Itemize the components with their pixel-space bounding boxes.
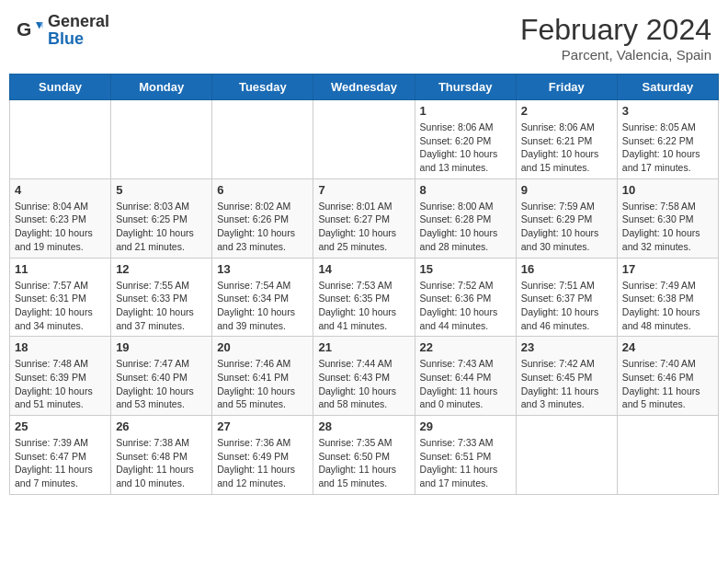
calendar-cell: 13Sunrise: 7:54 AMSunset: 6:34 PMDayligh…: [212, 258, 313, 337]
day-info: Sunrise: 8:00 AMSunset: 6:28 PMDaylight:…: [420, 200, 511, 254]
calendar-cell: 12Sunrise: 7:55 AMSunset: 6:33 PMDayligh…: [111, 258, 212, 337]
month-year: February 2024: [520, 13, 711, 47]
calendar-cell: 9Sunrise: 7:59 AMSunset: 6:29 PMDaylight…: [516, 178, 617, 258]
day-info: Sunrise: 7:59 AMSunset: 6:29 PMDaylight:…: [521, 200, 612, 254]
calendar-cell: 7Sunrise: 8:01 AMSunset: 6:27 PMDaylight…: [313, 178, 415, 258]
day-info: Sunrise: 8:06 AMSunset: 6:20 PMDaylight:…: [420, 121, 511, 175]
day-info: Sunrise: 7:35 AMSunset: 6:50 PMDaylight:…: [318, 436, 409, 490]
day-number: 18: [15, 340, 106, 354]
day-number: 5: [116, 183, 207, 197]
day-number: 13: [217, 262, 308, 276]
logo-icon: G: [17, 17, 44, 44]
day-info: Sunrise: 7:53 AMSunset: 6:35 PMDaylight:…: [318, 279, 409, 333]
calendar-cell: [10, 100, 111, 179]
calendar-cell: 21Sunrise: 7:44 AMSunset: 6:43 PMDayligh…: [313, 337, 415, 416]
svg-text:G: G: [17, 18, 31, 40]
day-number: 11: [15, 262, 106, 276]
day-info: Sunrise: 7:57 AMSunset: 6:31 PMDaylight:…: [15, 279, 106, 333]
calendar-cell: 1Sunrise: 8:06 AMSunset: 6:20 PMDaylight…: [415, 100, 516, 179]
day-info: Sunrise: 7:55 AMSunset: 6:33 PMDaylight:…: [116, 279, 207, 333]
title-block: February 2024 Parcent, Valencia, Spain: [520, 13, 711, 63]
days-of-week-row: SundayMondayTuesdayWednesdayThursdayFrid…: [10, 75, 719, 100]
day-info: Sunrise: 7:43 AMSunset: 6:44 PMDaylight:…: [420, 357, 511, 411]
calendar-cell: 14Sunrise: 7:53 AMSunset: 6:35 PMDayligh…: [313, 258, 415, 337]
calendar-cell: 5Sunrise: 8:03 AMSunset: 6:25 PMDaylight…: [111, 178, 212, 258]
day-info: Sunrise: 7:47 AMSunset: 6:40 PMDaylight:…: [116, 357, 207, 411]
day-info: Sunrise: 7:33 AMSunset: 6:51 PMDaylight:…: [420, 436, 511, 490]
day-number: 7: [318, 183, 409, 197]
day-info: Sunrise: 7:54 AMSunset: 6:34 PMDaylight:…: [217, 279, 308, 333]
day-number: 15: [420, 262, 511, 276]
calendar-cell: 24Sunrise: 7:40 AMSunset: 6:46 PMDayligh…: [617, 337, 718, 416]
logo-general: General: [48, 12, 109, 30]
calendar-cell: 27Sunrise: 7:36 AMSunset: 6:49 PMDayligh…: [212, 416, 313, 495]
calendar-cell: 6Sunrise: 8:02 AMSunset: 6:26 PMDaylight…: [212, 178, 313, 258]
day-info: Sunrise: 7:52 AMSunset: 6:36 PMDaylight:…: [420, 279, 511, 333]
day-number: 21: [318, 340, 409, 354]
day-info: Sunrise: 7:44 AMSunset: 6:43 PMDaylight:…: [318, 357, 409, 411]
day-of-week-header: Friday: [516, 75, 617, 100]
calendar-cell: 16Sunrise: 7:51 AMSunset: 6:37 PMDayligh…: [516, 258, 617, 337]
day-number: 25: [15, 419, 106, 433]
day-number: 9: [521, 183, 612, 197]
day-info: Sunrise: 7:51 AMSunset: 6:37 PMDaylight:…: [521, 279, 612, 333]
calendar-cell: 4Sunrise: 8:04 AMSunset: 6:23 PMDaylight…: [10, 178, 111, 258]
calendar-cell: 8Sunrise: 8:00 AMSunset: 6:28 PMDaylight…: [415, 178, 516, 258]
day-info: Sunrise: 7:46 AMSunset: 6:41 PMDaylight:…: [217, 357, 308, 411]
day-number: 17: [622, 262, 713, 276]
calendar-cell: [313, 100, 415, 179]
day-number: 20: [217, 340, 308, 354]
calendar-cell: 23Sunrise: 7:42 AMSunset: 6:45 PMDayligh…: [516, 337, 617, 416]
location: Parcent, Valencia, Spain: [520, 47, 711, 63]
calendar-cell: 20Sunrise: 7:46 AMSunset: 6:41 PMDayligh…: [212, 337, 313, 416]
day-info: Sunrise: 7:49 AMSunset: 6:38 PMDaylight:…: [622, 279, 713, 333]
calendar-cell: [617, 416, 718, 495]
day-info: Sunrise: 8:02 AMSunset: 6:26 PMDaylight:…: [217, 200, 308, 254]
calendar-week-row: 4Sunrise: 8:04 AMSunset: 6:23 PMDaylight…: [10, 178, 719, 258]
day-of-week-header: Thursday: [415, 75, 516, 100]
day-number: 8: [420, 183, 511, 197]
day-number: 10: [622, 183, 713, 197]
day-info: Sunrise: 7:58 AMSunset: 6:30 PMDaylight:…: [622, 200, 713, 254]
day-number: 1: [420, 104, 511, 118]
calendar-week-row: 1Sunrise: 8:06 AMSunset: 6:20 PMDaylight…: [10, 100, 719, 179]
day-number: 19: [116, 340, 207, 354]
day-number: 29: [420, 419, 511, 433]
day-info: Sunrise: 7:42 AMSunset: 6:45 PMDaylight:…: [521, 357, 612, 411]
calendar-cell: 22Sunrise: 7:43 AMSunset: 6:44 PMDayligh…: [415, 337, 516, 416]
calendar-week-row: 25Sunrise: 7:39 AMSunset: 6:47 PMDayligh…: [10, 416, 719, 495]
day-info: Sunrise: 7:38 AMSunset: 6:48 PMDaylight:…: [116, 436, 207, 490]
calendar-table: SundayMondayTuesdayWednesdayThursdayFrid…: [9, 74, 719, 495]
day-number: 28: [318, 419, 409, 433]
day-number: 22: [420, 340, 511, 354]
calendar-cell: 15Sunrise: 7:52 AMSunset: 6:36 PMDayligh…: [415, 258, 516, 337]
page-header: G General Blue February 2024 Parcent, Va…: [9, 9, 719, 66]
day-of-week-header: Saturday: [617, 75, 718, 100]
calendar-header: SundayMondayTuesdayWednesdayThursdayFrid…: [10, 75, 719, 100]
calendar-cell: [212, 100, 313, 179]
day-info: Sunrise: 7:39 AMSunset: 6:47 PMDaylight:…: [15, 436, 106, 490]
logo-inner: G General Blue: [17, 13, 109, 48]
calendar-cell: 17Sunrise: 7:49 AMSunset: 6:38 PMDayligh…: [617, 258, 718, 337]
calendar-cell: 18Sunrise: 7:48 AMSunset: 6:39 PMDayligh…: [10, 337, 111, 416]
day-number: 2: [521, 104, 612, 118]
logo: G General Blue: [17, 13, 109, 48]
calendar-cell: 26Sunrise: 7:38 AMSunset: 6:48 PMDayligh…: [111, 416, 212, 495]
day-number: 24: [622, 340, 713, 354]
calendar-cell: 2Sunrise: 8:06 AMSunset: 6:21 PMDaylight…: [516, 100, 617, 179]
calendar-cell: [111, 100, 212, 179]
day-info: Sunrise: 7:40 AMSunset: 6:46 PMDaylight:…: [622, 357, 713, 411]
day-info: Sunrise: 8:06 AMSunset: 6:21 PMDaylight:…: [521, 121, 612, 175]
day-number: 27: [217, 419, 308, 433]
day-of-week-header: Monday: [111, 75, 212, 100]
day-info: Sunrise: 8:03 AMSunset: 6:25 PMDaylight:…: [116, 200, 207, 254]
day-of-week-header: Wednesday: [313, 75, 415, 100]
day-number: 26: [116, 419, 207, 433]
day-info: Sunrise: 8:05 AMSunset: 6:22 PMDaylight:…: [622, 121, 713, 175]
day-number: 14: [318, 262, 409, 276]
calendar-body: 1Sunrise: 8:06 AMSunset: 6:20 PMDaylight…: [10, 100, 719, 495]
calendar-cell: 29Sunrise: 7:33 AMSunset: 6:51 PMDayligh…: [415, 416, 516, 495]
calendar-cell: 19Sunrise: 7:47 AMSunset: 6:40 PMDayligh…: [111, 337, 212, 416]
day-number: 4: [15, 183, 106, 197]
calendar-week-row: 18Sunrise: 7:48 AMSunset: 6:39 PMDayligh…: [10, 337, 719, 416]
